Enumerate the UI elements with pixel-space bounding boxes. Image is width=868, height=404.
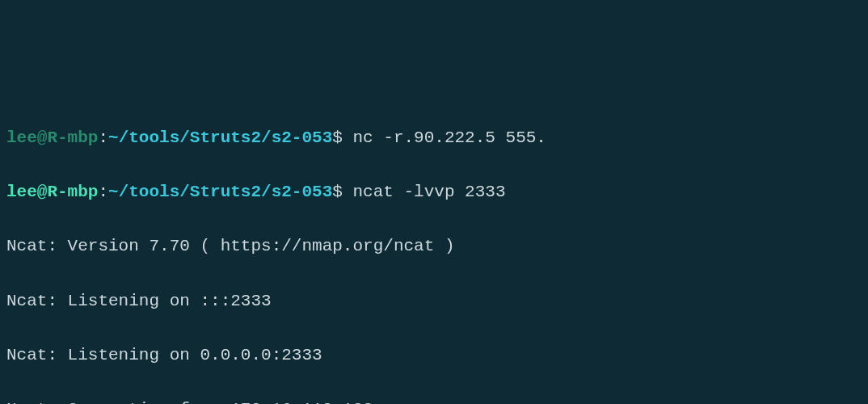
output-line: Ncat: Listening on :::2333	[6, 288, 862, 315]
prompt-user-host: lee@R-mbp	[6, 183, 98, 201]
terminal-window[interactable]: lee@R-mbp:~/tools/Struts2/s2-053$ nc -r.…	[0, 108, 868, 404]
output-line: Ncat: Version 7.70 ( https://nmap.org/nc…	[6, 233, 862, 260]
prompt-sep2: $	[332, 183, 343, 201]
prev-cmd: nc -r.90.222.5 555.	[343, 128, 546, 147]
prev-path: ~/tools/Struts2/s2-053	[108, 128, 332, 147]
output-line: Ncat: Connection from 172.16.112.128.	[6, 396, 862, 404]
prompt-path: ~/tools/Struts2/s2-053	[108, 183, 332, 201]
output-line: Ncat: Listening on 0.0.0.0:2333	[6, 342, 862, 369]
prev-sep2: $	[332, 128, 343, 147]
previous-prompt-line: lee@R-mbp:~/tools/Struts2/s2-053$ nc -r.…	[6, 124, 862, 152]
prompt-sep1: :	[98, 183, 108, 201]
prompt-line: lee@R-mbp:~/tools/Struts2/s2-053$ ncat -…	[6, 179, 862, 206]
prev-sep1: :	[98, 128, 108, 147]
typed-command: ncat -lvvp 2333	[343, 183, 506, 201]
prev-user-host: lee@R-mbp	[6, 128, 98, 147]
